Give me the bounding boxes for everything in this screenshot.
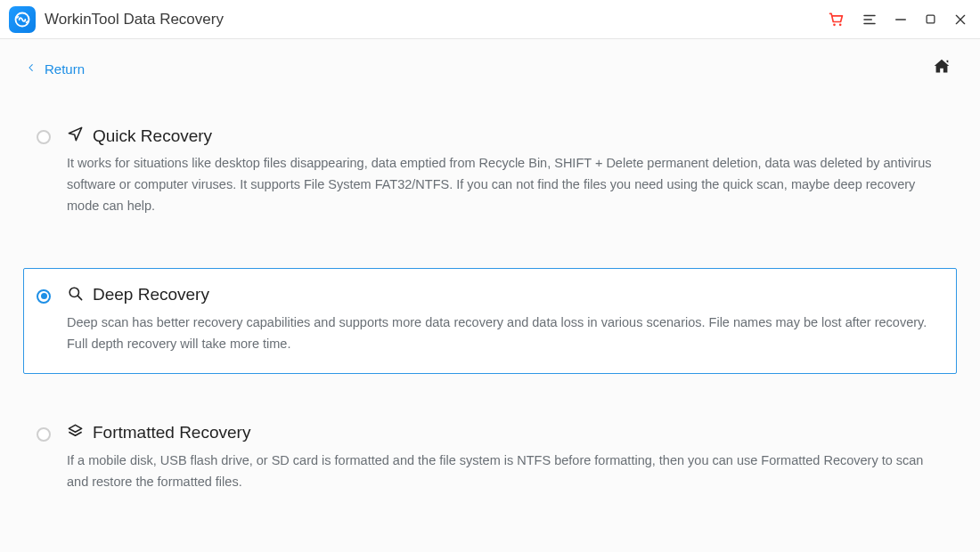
option-body: Fortmatted Recovery If a mobile disk, US…: [67, 423, 938, 493]
cart-icon[interactable]: [828, 11, 845, 28]
topnav: Return: [23, 39, 957, 100]
option-body: Deep Recovery Deep scan has better recov…: [67, 285, 938, 355]
radio-deep[interactable]: [37, 289, 51, 304]
maximize-icon[interactable]: [924, 12, 937, 26]
option-title: Quick Recovery: [93, 126, 212, 146]
titlebar: WorkinTool Data Recovery: [0, 0, 980, 39]
option-quick-recovery[interactable]: Quick Recovery It works for situations l…: [23, 109, 957, 236]
home-icon[interactable]: [932, 57, 951, 80]
option-desc: Deep scan has better recovery capabiliti…: [67, 313, 938, 355]
svg-rect-3: [927, 15, 935, 23]
option-desc: If a mobile disk, USB flash drive, or SD…: [67, 451, 938, 493]
option-body: Quick Recovery It works for situations l…: [67, 126, 938, 217]
menu-icon[interactable]: [862, 12, 878, 28]
svg-point-4: [69, 288, 78, 296]
option-header: Quick Recovery: [67, 126, 938, 146]
return-button[interactable]: Return: [27, 61, 85, 77]
minimize-icon[interactable]: [894, 12, 908, 27]
location-arrow-icon: [67, 126, 84, 146]
option-header: Deep Recovery: [67, 285, 938, 305]
app-logo-icon: [9, 6, 36, 33]
option-header: Fortmatted Recovery: [67, 423, 938, 443]
option-desc: It works for situations like desktop fil…: [67, 153, 938, 217]
app-title: WorkinTool Data Recovery: [45, 11, 224, 28]
option-deep-recovery[interactable]: Deep Recovery Deep scan has better recov…: [23, 268, 957, 374]
radio-formatted[interactable]: [37, 427, 51, 442]
option-title: Deep Recovery: [93, 285, 209, 304]
radio-quick[interactable]: [37, 130, 51, 144]
titlebar-right: [828, 11, 968, 28]
chevron-left-icon: [27, 61, 36, 77]
option-formatted-recovery[interactable]: Fortmatted Recovery If a mobile disk, US…: [23, 406, 957, 512]
content-area: Return Quick Recovery It works for situa…: [0, 39, 980, 552]
option-title: Fortmatted Recovery: [93, 423, 250, 442]
layers-icon: [67, 423, 84, 443]
svg-point-1: [833, 23, 836, 26]
titlebar-left: WorkinTool Data Recovery: [9, 6, 224, 33]
svg-point-2: [839, 23, 842, 26]
close-icon[interactable]: [953, 12, 968, 27]
magnifier-icon: [67, 285, 84, 305]
return-label: Return: [45, 61, 85, 77]
